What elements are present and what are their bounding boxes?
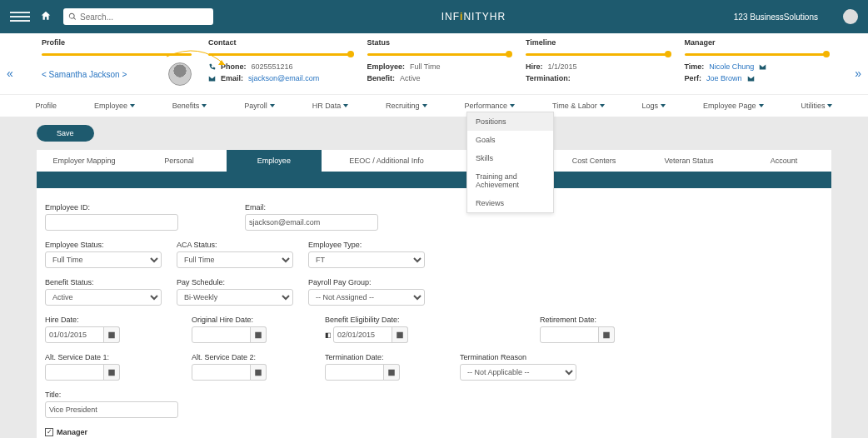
employee-avatar: [168, 62, 192, 86]
chevron-down-icon: [270, 104, 275, 107]
alt-sd1-label: Alt. Service Date 1:: [45, 353, 120, 361]
phone-label: Phone:: [221, 62, 247, 71]
term-reason-select[interactable]: -- Not Applicable --: [460, 364, 576, 381]
content-area: Save Employer Mapping Personal Employee …: [0, 117, 868, 438]
nav-profile[interactable]: Profile: [32, 100, 60, 112]
emp-status-select[interactable]: Full Time: [45, 251, 162, 268]
manager-section-head: Manager: [685, 38, 827, 47]
benefit-status-label: Benefit Status:: [45, 278, 162, 286]
calendar-icon[interactable]: [103, 326, 120, 343]
tab-employer-mapping[interactable]: Employer Mapping: [37, 150, 132, 172]
pay-group-label: Payroll Pay Group:: [308, 278, 425, 286]
tab-employee[interactable]: Employee: [227, 150, 322, 172]
email-value[interactable]: sjackson@email.com: [248, 74, 319, 82]
calendar-icon[interactable]: [383, 364, 400, 381]
chevron-down-icon: [759, 104, 764, 107]
checkbox-icon[interactable]: [45, 428, 53, 436]
benefit-status-select[interactable]: Active: [45, 289, 162, 306]
prev-employee-icon[interactable]: «: [7, 67, 13, 80]
employee-name-link[interactable]: < Samantha Jackson >: [42, 70, 127, 79]
chevron-down-icon: [130, 104, 135, 107]
chevron-down-icon: [510, 104, 515, 107]
nav-recruiting[interactable]: Recruiting: [382, 100, 431, 112]
nav-employee-page[interactable]: Employee Page: [700, 100, 767, 112]
tab-veteran-status[interactable]: Veteran Status: [641, 150, 736, 172]
benefit-status-value: Active: [400, 74, 421, 82]
benefit-status-label: Benefit:: [367, 74, 396, 82]
main-nav: Profile Employee Benefits Payroll HR Dat…: [0, 94, 868, 117]
mail-icon: [208, 75, 216, 82]
nav-benefits[interactable]: Benefits: [169, 100, 211, 112]
save-button[interactable]: Save: [37, 125, 94, 142]
calendar-icon[interactable]: [250, 364, 267, 381]
term-date-label: Termination Date:: [325, 353, 400, 361]
timeline-section-head: Timeline: [526, 38, 668, 47]
employee-id-input[interactable]: [45, 214, 178, 231]
menu-icon[interactable]: [10, 12, 30, 22]
nav-payroll[interactable]: Payroll: [241, 100, 278, 112]
chevron-down-icon: [202, 104, 207, 107]
dd-positions[interactable]: Positions: [467, 112, 553, 131]
dd-training[interactable]: Training and Achievement: [467, 167, 553, 194]
benefit-elig-label: Benefit Eligibility Date:: [325, 316, 408, 324]
hire-label: Hire:: [526, 62, 543, 71]
user-avatar-icon[interactable]: [843, 9, 858, 24]
performance-dropdown: Positions Goals Skills Training and Achi…: [466, 112, 554, 213]
emp-type-select[interactable]: FT: [308, 251, 425, 268]
chevron-down-icon: [422, 104, 427, 107]
hire-date-label: Hire Date:: [45, 316, 120, 324]
aca-status-label: ACA Status:: [177, 241, 293, 249]
perf-manager-value[interactable]: Joe Brown: [706, 74, 742, 82]
dd-skills[interactable]: Skills: [467, 149, 553, 167]
home-icon[interactable]: [40, 10, 52, 23]
employee-id-label: Employee ID:: [45, 203, 178, 212]
phone-value: 6025551216: [252, 62, 293, 71]
nav-hr-data[interactable]: HR Data: [309, 100, 352, 112]
chevron-down-icon: [600, 104, 605, 107]
nav-performance[interactable]: Performance: [461, 100, 519, 112]
retirement-label: Retirement Date:: [540, 316, 615, 324]
calendar-icon[interactable]: [103, 364, 120, 381]
status-section-head: Status: [367, 38, 510, 47]
employee-info-strip: « » Profile < Samantha Jackson > Contact…: [0, 33, 868, 94]
emp-type-label: Employee Type:: [308, 241, 425, 249]
search-wrap: [63, 8, 213, 25]
time-manager-label: Time:: [685, 62, 705, 71]
perf-manager-label: Perf:: [685, 74, 702, 82]
mail-icon[interactable]: [759, 63, 766, 71]
nav-utilities[interactable]: Utilities: [797, 100, 836, 112]
time-manager-value[interactable]: Nicole Chung: [709, 62, 754, 71]
tab-underline: [37, 172, 831, 188]
chevron-down-icon: [661, 104, 666, 107]
next-employee-icon[interactable]: »: [855, 67, 861, 80]
employee-status-label: Employee:: [367, 62, 406, 71]
tab-personal[interactable]: Personal: [132, 150, 227, 172]
phone-icon: [208, 63, 216, 71]
mail-icon[interactable]: [747, 75, 755, 82]
email-input[interactable]: [245, 214, 378, 231]
company-name: 123 BusinessSolutions: [734, 12, 818, 22]
tab-cost-centers[interactable]: Cost Centers: [546, 150, 641, 172]
email-label: Email:: [245, 203, 378, 212]
search-icon: [68, 12, 77, 21]
search-input[interactable]: [63, 8, 213, 25]
manager-checkbox-row[interactable]: Manager: [45, 428, 823, 436]
form-tabs: Employer Mapping Personal Employee EEOC …: [37, 150, 831, 172]
aca-status-select[interactable]: Full Time: [177, 251, 293, 268]
tab-account[interactable]: Account: [736, 150, 831, 172]
nav-employee[interactable]: Employee: [91, 100, 138, 112]
nav-time-labor[interactable]: Time & Labor: [549, 100, 608, 112]
employee-form: Employee ID: Email: Employee Status: Ful…: [37, 188, 831, 438]
dd-reviews[interactable]: Reviews: [467, 194, 553, 212]
pay-schedule-select[interactable]: Bi-Weekly: [177, 289, 293, 306]
calendar-icon[interactable]: [392, 326, 408, 343]
tab-eeoc[interactable]: EEOC / Additional Info: [322, 150, 451, 172]
pay-group-select[interactable]: -- Not Assigned --: [308, 289, 425, 306]
profile-section-head: Profile: [42, 38, 192, 47]
calendar-icon[interactable]: [250, 326, 267, 343]
title-input[interactable]: [45, 401, 178, 418]
nav-logs[interactable]: Logs: [639, 100, 670, 112]
calendar-icon[interactable]: [598, 326, 615, 343]
dd-goals[interactable]: Goals: [467, 131, 553, 149]
pay-schedule-label: Pay Schedule:: [177, 278, 293, 286]
